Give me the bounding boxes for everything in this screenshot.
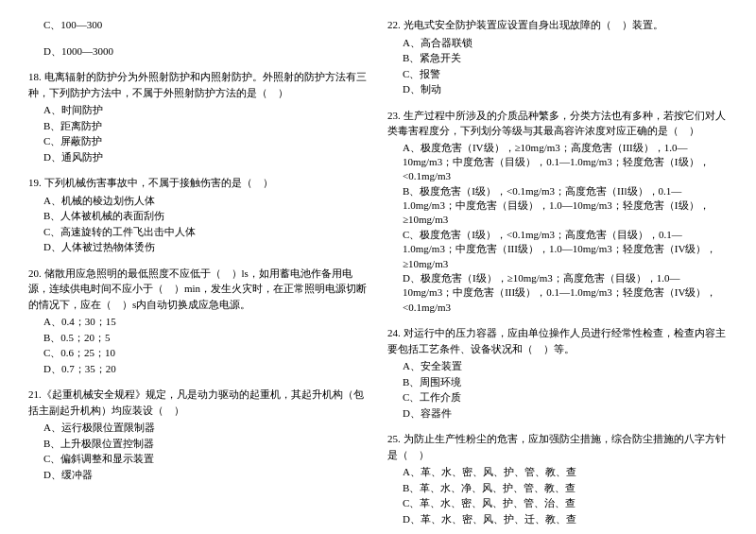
- option-b: B、革、水、净、风、护、管、教、查: [387, 480, 728, 496]
- option-c: C、偏斜调整和显示装置: [28, 451, 369, 467]
- option-d: D、极度危害（I级），≥10mg/m3；高度危害（目级），1.0—10mg/m3…: [387, 271, 728, 315]
- question-title: 22. 光电式安全防护装置应设置自身出现故障的（ ）装置。: [387, 17, 728, 33]
- columns: C、100—300 D、1000—3000 18. 电离辐射的防护分为外照射防护…: [28, 17, 728, 531]
- option-a: A、极度危害（IV级），≥10mg/m3；高度危害（III级），1.0—10mg…: [387, 141, 728, 184]
- option-d: D、通风防护: [28, 149, 369, 165]
- option-c: C、革、水、密、风、护、管、治、查: [387, 495, 728, 511]
- option-a: A、高合器联锁: [387, 35, 728, 51]
- question-title: 18. 电离辐射的防护分为外照射防护和内照射防护。外照射的防护方法有三种，下列防…: [28, 69, 369, 100]
- question-title: 21.《起重机械安全规程》规定，凡是动力驱动的起重机，其起升机构（包括主副起升机…: [28, 387, 369, 418]
- option-d: D、容器件: [387, 405, 728, 422]
- question-title: 19. 下列机械伤害事故中，不属于接触伤害的是（ ）: [28, 175, 369, 191]
- option-text: C、100—300: [28, 17, 369, 33]
- option-d: D、0.7；35；20: [28, 361, 369, 377]
- option-d: D、人体被过热物体烫伤: [28, 239, 369, 255]
- question-title: 23. 生产过程中所涉及的介质品种繁多，分类方法也有多种，若按它们对人类毒害程度…: [387, 108, 728, 139]
- left-column: C、100—300 D、1000—3000 18. 电离辐射的防护分为外照射防护…: [28, 17, 369, 531]
- page: C、100—300 D、1000—3000 18. 电离辐射的防护分为外照射防护…: [0, 0, 756, 534]
- option-prev-c: C、100—300: [28, 17, 369, 33]
- option-b: B、距离防护: [28, 118, 369, 134]
- option-c: C、报警: [387, 66, 728, 82]
- question-title: 24. 对运行中的压力容器，应由单位操作人员进行经常性检查，检查内容主要包括工艺…: [387, 325, 728, 356]
- question-21: 21.《起重机械安全规程》规定，凡是动力驱动的起重机，其起升机构（包括主副起升机…: [28, 387, 369, 482]
- option-d: D、革、水、密、风、护、迁、教、查: [387, 511, 728, 527]
- option-a: A、时间防护: [28, 102, 369, 118]
- option-a: A、机械的棱边划伤人体: [28, 193, 369, 209]
- option-c: C、极度危害（I级），<0.1mg/m3；高度危害（目级），0.1—1.0mg/…: [387, 228, 728, 271]
- question-24: 24. 对运行中的压力容器，应由单位操作人员进行经常性检查，检查内容主要包括工艺…: [387, 325, 728, 421]
- option-b: B、上升极限位置控制器: [28, 436, 369, 452]
- question-19: 19. 下列机械伤害事故中，不属于接触伤害的是（ ） A、机械的棱边划伤人体 B…: [28, 175, 369, 255]
- option-a: A、革、水、密、风、护、管、教、查: [387, 464, 728, 480]
- option-c: C、屏蔽防护: [28, 133, 369, 149]
- option-b: B、人体被机械的表面刮伤: [28, 208, 369, 224]
- question-title: 25. 为防止生产性粉尘的危害，应加强防尘措施，综合防尘措施的八字方针是（ ）: [387, 431, 728, 462]
- option-text: D、1000—3000: [28, 43, 369, 60]
- option-b: B、0.5；20；5: [28, 330, 369, 346]
- option-a: A、0.4；30；15: [28, 314, 369, 330]
- option-b: B、极度危害（I级），<0.1mg/m3；高度危害（IIl级），0.1—1.0m…: [387, 184, 728, 228]
- option-c: C、高速旋转的工件飞出击中人体: [28, 224, 369, 240]
- question-22: 22. 光电式安全防护装置应设置自身出现故障的（ ）装置。 A、高合器联锁 B、…: [387, 17, 728, 97]
- option-d: D、缓冲器: [28, 467, 369, 483]
- question-title: 20. 储散用应急照明的最低照度不应低于（ ）ls，如用蓄电池作备用电源，连续供…: [28, 266, 369, 313]
- question-20: 20. 储散用应急照明的最低照度不应低于（ ）ls，如用蓄电池作备用电源，连续供…: [28, 266, 369, 377]
- option-c: C、0.6；25；10: [28, 345, 369, 361]
- option-d: D、制动: [387, 81, 728, 97]
- option-b: B、紧急开关: [387, 50, 728, 66]
- option-c: C、工作介质: [387, 389, 728, 405]
- right-column: 22. 光电式安全防护装置应设置自身出现故障的（ ）装置。 A、高合器联锁 B、…: [387, 17, 728, 531]
- question-23: 23. 生产过程中所涉及的介质品种繁多，分类方法也有多种，若按它们对人类毒害程度…: [387, 108, 728, 316]
- option-b: B、周围环境: [387, 374, 728, 390]
- question-18: 18. 电离辐射的防护分为外照射防护和内照射防护。外照射的防护方法有三种，下列防…: [28, 69, 369, 164]
- option-a: A、运行极限位置限制器: [28, 420, 369, 436]
- option-a: A、安全装置: [387, 358, 728, 374]
- option-prev-d: D、1000—3000: [28, 43, 369, 60]
- question-25: 25. 为防止生产性粉尘的危害，应加强防尘措施，综合防尘措施的八字方针是（ ） …: [387, 431, 728, 526]
